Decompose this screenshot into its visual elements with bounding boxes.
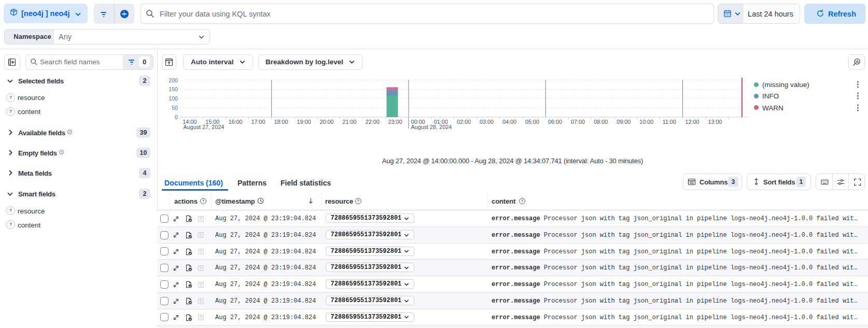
svg-text:August 28, 2024: August 28, 2024 [411, 124, 452, 130]
svg-text:08:00: 08:00 [594, 119, 608, 125]
svg-text:19:00: 19:00 [297, 119, 311, 125]
svg-text:02:00: 02:00 [457, 119, 471, 125]
svg-text:23:00: 23:00 [388, 119, 402, 125]
svg-text:04:00: 04:00 [502, 119, 516, 125]
svg-text:16:00: 16:00 [228, 119, 242, 125]
svg-text:07:00: 07:00 [571, 119, 585, 125]
svg-text:21:00: 21:00 [343, 119, 357, 125]
svg-text:50: 50 [172, 105, 178, 111]
svg-text:August 27, 2024: August 27, 2024 [184, 124, 225, 130]
svg-text:06:00: 06:00 [548, 119, 562, 125]
svg-text:22:00: 22:00 [366, 119, 380, 125]
svg-text:10:00: 10:00 [639, 119, 653, 125]
svg-text:09:00: 09:00 [617, 119, 631, 125]
svg-text:20:00: 20:00 [320, 119, 334, 125]
svg-text:05:00: 05:00 [525, 119, 539, 125]
svg-text:03:00: 03:00 [480, 119, 494, 125]
svg-text:0: 0 [175, 114, 178, 120]
svg-text:200: 200 [169, 77, 178, 83]
svg-text:150: 150 [169, 86, 178, 92]
svg-text:18:00: 18:00 [274, 119, 288, 125]
svg-text:13:00: 13:00 [708, 119, 722, 125]
svg-text:17:00: 17:00 [251, 119, 265, 125]
svg-text:12:00: 12:00 [685, 119, 699, 125]
svg-text:100: 100 [169, 95, 178, 102]
svg-text:11:00: 11:00 [663, 119, 676, 125]
